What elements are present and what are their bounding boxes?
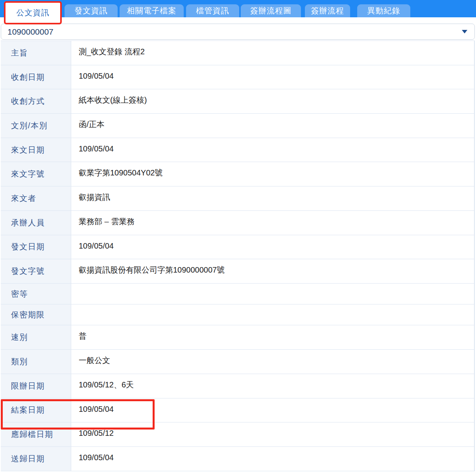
field-row: 發文字號叡揚資訊股份有限公司字第1090000007號 <box>1 259 474 284</box>
field-label: 應歸檔日期 <box>1 422 71 446</box>
field-value: 109/05/12、6天 <box>71 374 474 398</box>
field-label: 速別 <box>1 325 71 349</box>
field-row: 主旨測_收文登錄 流程2 <box>1 41 474 65</box>
field-row: 來文者叡揚資訊 <box>1 186 474 211</box>
field-label: 結案日期 <box>1 398 71 422</box>
tab-6[interactable]: 簽辦流程 <box>305 4 350 17</box>
chevron-down-icon <box>462 30 467 33</box>
field-value: 一般公文 <box>71 350 474 374</box>
field-row: 送歸日期109/05/04 <box>1 447 474 471</box>
field-value: 109/05/04 <box>71 138 474 162</box>
field-value: 函/正本 <box>71 114 474 138</box>
field-label: 發文字號 <box>1 259 71 283</box>
field-value: 109/05/12 <box>71 422 474 446</box>
field-row: 來文日期109/05/04 <box>1 138 474 162</box>
field-row: 速別普 <box>1 325 474 350</box>
field-row: 密等 <box>1 284 474 304</box>
field-row: 應歸檔日期109/05/12 <box>1 422 474 447</box>
field-label: 文別/本別 <box>1 114 71 138</box>
tab-1-active[interactable]: 公文資訊 <box>4 1 62 24</box>
field-label: 保密期限 <box>1 304 71 325</box>
field-label: 收創日期 <box>1 65 71 89</box>
field-row: 承辦人員業務部 – 雲業務 <box>1 211 474 235</box>
field-value: 109/05/04 <box>71 65 474 89</box>
field-label: 承辦人員 <box>1 211 71 235</box>
tab-2[interactable]: 發文資訊 <box>65 4 118 17</box>
field-label: 收創方式 <box>1 89 71 113</box>
field-label: 主旨 <box>1 41 71 65</box>
field-value: 109/05/04 <box>71 398 474 422</box>
field-label: 發文日期 <box>1 235 71 259</box>
field-label: 密等 <box>1 284 71 304</box>
field-row: 限辦日期109/05/12、6天 <box>1 374 474 398</box>
field-value: 測_收文登錄 流程2 <box>71 41 474 65</box>
document-number-value: 1090000007 <box>7 27 54 37</box>
field-value: 叡揚資訊 <box>71 186 474 210</box>
field-label: 類別 <box>1 350 71 374</box>
tab-4[interactable]: 檔管資訊 <box>186 4 239 17</box>
field-value <box>71 284 474 304</box>
field-value: 叡業字第1090504Y02號 <box>71 162 474 186</box>
field-row: 收創日期109/05/04 <box>1 65 474 90</box>
field-label: 來文者 <box>1 186 71 210</box>
field-value <box>71 304 474 325</box>
field-value: 109/05/04 <box>71 447 474 471</box>
field-label: 來文字號 <box>1 162 71 186</box>
field-row: 結案日期109/05/04 <box>1 398 474 423</box>
tab-7[interactable]: 異動紀錄 <box>357 4 410 17</box>
field-row: 保密期限 <box>1 304 474 325</box>
field-row: 類別一般公文 <box>1 350 474 374</box>
field-label: 限辦日期 <box>1 374 71 398</box>
field-value: 業務部 – 雲業務 <box>71 211 474 235</box>
tab-bar: 公文資訊發文資訊相關電子檔案檔管資訊簽辦流程圖簽辦流程異動紀錄 <box>0 0 476 17</box>
field-row: 文別/本別函/正本 <box>1 114 474 138</box>
field-row: 發文日期109/05/04 <box>1 235 474 260</box>
field-value: 普 <box>71 325 474 349</box>
tab-5[interactable]: 簽辦流程圖 <box>241 4 301 17</box>
document-number-select[interactable]: 1090000007 <box>1 24 475 40</box>
field-row: 收創方式紙本收文(線上簽核) <box>1 89 474 114</box>
document-info-grid: 主旨測_收文登錄 流程2收創日期109/05/04收創方式紙本收文(線上簽核)文… <box>1 41 475 471</box>
field-row: 來文字號叡業字第1090504Y02號 <box>1 162 474 186</box>
field-value: 紙本收文(線上簽核) <box>71 89 474 113</box>
tab-3[interactable]: 相關電子檔案 <box>120 4 184 17</box>
field-value: 109/05/04 <box>71 235 474 259</box>
field-value: 叡揚資訊股份有限公司字第1090000007號 <box>71 259 474 283</box>
field-label: 送歸日期 <box>1 447 71 471</box>
field-label: 來文日期 <box>1 138 71 162</box>
